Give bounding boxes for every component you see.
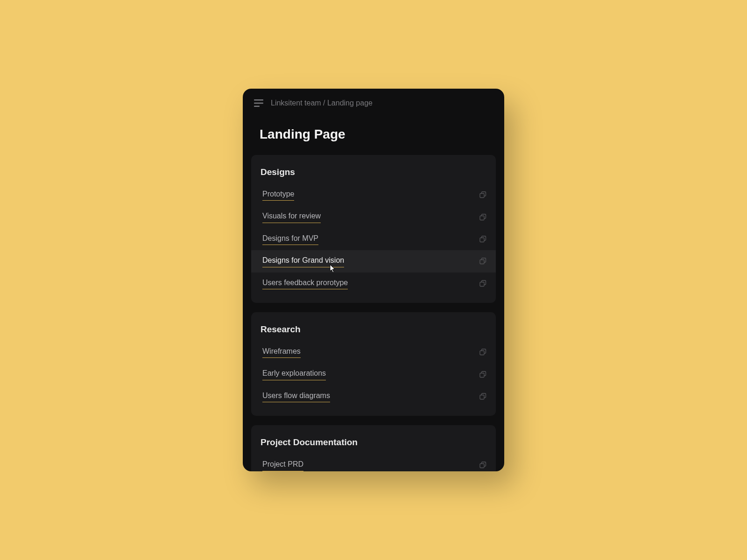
svg-rect-0 (254, 99, 263, 100)
svg-rect-1 (254, 103, 263, 104)
link-label: Visuals for review (262, 211, 321, 223)
link-label: Users feedback prorotype (262, 278, 348, 289)
section-title: Designs (251, 167, 496, 184)
copy-icon[interactable] (479, 371, 486, 378)
section-project-documentation: Project Documentation Project PRD (251, 425, 496, 471)
link-label: Designs for MVP (262, 233, 318, 245)
link-label: Users flow diagrams (262, 391, 330, 402)
svg-rect-14 (480, 351, 484, 355)
section-research: Research Wireframes Early exploarations … (251, 312, 496, 416)
section-title: Project Documentation (251, 437, 496, 454)
link-label: Designs for Grand vision (262, 255, 344, 267)
copy-icon[interactable] (479, 191, 486, 198)
page-title: Landing Page (243, 107, 504, 155)
copy-icon[interactable] (479, 393, 486, 400)
copy-icon[interactable] (479, 258, 486, 265)
app-window: Linksitent team / Landing page Landing P… (243, 89, 504, 471)
link-item[interactable]: Users feedback prorotype (251, 273, 496, 294)
link-label: Project PRD (262, 459, 303, 471)
breadcrumb[interactable]: Linksitent team / Landing page (271, 99, 373, 107)
link-label: Wireframes (262, 346, 301, 358)
svg-rect-16 (480, 373, 484, 377)
svg-rect-6 (480, 216, 484, 220)
copy-icon[interactable] (479, 236, 486, 243)
link-item[interactable]: Designs for Grand vision (251, 250, 496, 272)
menu-icon[interactable] (254, 99, 263, 107)
section-title: Research (251, 324, 496, 341)
link-label: Prototype (262, 189, 294, 201)
svg-rect-8 (480, 238, 484, 242)
link-item[interactable]: Designs for MVP (251, 228, 496, 250)
svg-rect-2 (254, 106, 260, 107)
content: Designs Prototype Visuals for review Des… (243, 155, 504, 471)
copy-icon[interactable] (479, 280, 486, 287)
section-designs: Designs Prototype Visuals for review Des… (251, 155, 496, 303)
link-item[interactable]: Visuals for review (251, 206, 496, 228)
link-item[interactable]: Early exploarations (251, 363, 496, 385)
copy-icon[interactable] (479, 214, 486, 221)
header: Linksitent team / Landing page (243, 89, 504, 107)
link-item[interactable]: Wireframes (251, 341, 496, 363)
copy-icon[interactable] (479, 462, 486, 469)
link-item[interactable]: Project PRD (251, 454, 496, 471)
link-label: Early exploarations (262, 368, 326, 380)
svg-rect-4 (480, 194, 484, 198)
svg-rect-20 (480, 464, 484, 468)
svg-rect-12 (480, 282, 484, 286)
svg-rect-18 (480, 395, 484, 399)
copy-icon[interactable] (479, 349, 486, 356)
link-item[interactable]: Users flow diagrams (251, 385, 496, 407)
svg-rect-10 (480, 260, 484, 264)
link-item[interactable]: Prototype (251, 184, 496, 206)
